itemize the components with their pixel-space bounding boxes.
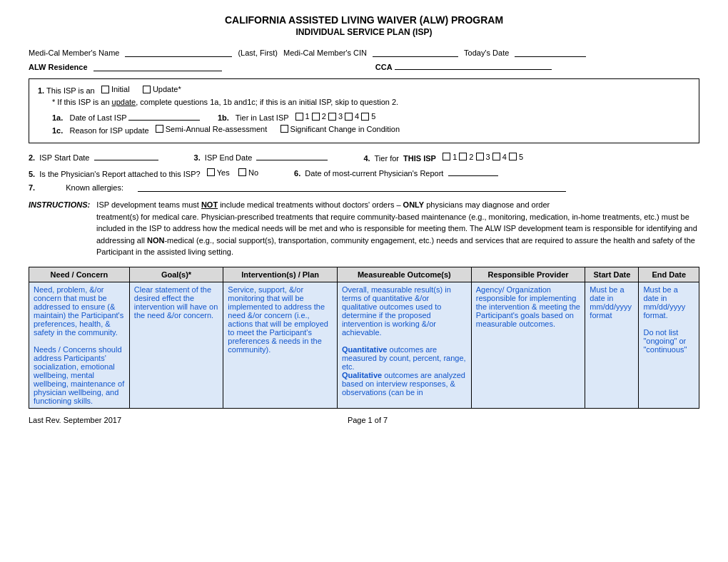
tier1b-4-box[interactable]	[345, 113, 353, 121]
section1-row1: 1. This ISP is an Initial Update*	[38, 85, 690, 95]
section1-note: * If this ISP is an update, complete que…	[52, 98, 690, 106]
q4-text: Tier for	[375, 153, 399, 162]
outcome-qual-label: Qualitative	[342, 371, 382, 379]
q1b-label: 1b.	[218, 113, 229, 122]
q1-text: This ISP is an	[46, 86, 95, 95]
initial-checkbox[interactable]	[101, 86, 109, 93]
tier4-3-box[interactable]	[476, 153, 484, 160]
tier4-2-box[interactable]	[459, 153, 467, 160]
start-date-text: Must be a date in mm/dd/yyyy format	[590, 285, 632, 320]
tier4-3[interactable]: 3	[476, 153, 490, 161]
semi-annual-label: Semi-Annual Re-assessment	[166, 125, 267, 133]
tier4-5[interactable]: 5	[509, 153, 523, 161]
tier1b-2-box[interactable]	[312, 113, 320, 121]
sig-change-checkbox[interactable]	[280, 125, 288, 133]
questions-56: 5. Is the Physician's Report attached to…	[29, 166, 699, 178]
semi-annual-checkbox[interactable]	[156, 125, 163, 133]
col-goal: Goal(s)*	[129, 267, 223, 282]
tier4-2[interactable]: 2	[459, 153, 473, 161]
page-subtitle: INDIVIDUAL SERVICE PLAN (ISP)	[29, 27, 699, 37]
tier4-1[interactable]: 1	[443, 153, 457, 161]
tier1b-3[interactable]: 3	[328, 112, 343, 121]
outcome-quant-label: Quantitative	[342, 345, 388, 354]
update-checkbox-item[interactable]: Update*	[143, 85, 181, 93]
q2-field[interactable]	[94, 150, 158, 160]
q5-yes-item[interactable]: Yes	[207, 168, 230, 177]
q7-field[interactable]	[138, 182, 566, 192]
q3-field[interactable]	[256, 150, 328, 160]
col-intervention: Intervention(s) / Plan	[223, 267, 338, 282]
q6-field[interactable]	[448, 166, 498, 176]
q5-no-checkbox[interactable]	[238, 168, 246, 176]
cell-provider: Agency/ Organization responsible for imp…	[471, 282, 585, 408]
q5-yes-checkbox[interactable]	[207, 168, 215, 176]
tier1b-3-box[interactable]	[328, 113, 336, 121]
q6-text: Date of most-current Physician's Report	[305, 169, 443, 178]
need-text: Need, problem, &/or concern that must be…	[34, 285, 124, 405]
q1a-field[interactable]	[128, 111, 200, 121]
q1b-text: Tier in Last ISP	[236, 113, 289, 122]
cell-need: Need, problem, &/or concern that must be…	[29, 282, 130, 408]
q1a-text: Date of Last ISP	[69, 113, 126, 122]
medi-cal-name-field[interactable]	[125, 47, 232, 57]
col-end: End Date	[639, 267, 699, 282]
end-date-text: Must be a date in mm/dd/yyyy format.Do n…	[643, 285, 687, 354]
cell-end-date: Must be a date in mm/dd/yyyy format.Do n…	[639, 282, 699, 408]
col-outcome: Measureable Outcome(s)	[337, 267, 471, 282]
date-field[interactable]	[515, 47, 586, 57]
cell-outcome: Overall, measurable result(s) in terms o…	[337, 282, 471, 408]
update-note: * If this ISP is an update, complete que…	[52, 98, 398, 106]
q5-no-label: No	[248, 168, 258, 177]
initial-checkbox-item[interactable]: Initial	[101, 85, 130, 93]
medi-cal-label: Medi-Cal Member's Name	[29, 48, 119, 57]
date-label: Today's Date	[464, 48, 509, 57]
semi-annual-item[interactable]: Semi-Annual Re-assessment	[156, 125, 267, 133]
tier4-1-box[interactable]	[443, 153, 450, 160]
initial-label: Initial	[111, 85, 130, 93]
goal-text: Clear statement of the desired effect th…	[134, 285, 218, 320]
update-checkbox[interactable]	[143, 86, 151, 93]
provider-text: Agency/ Organization responsible for imp…	[476, 285, 580, 328]
col-start: Start Date	[585, 267, 639, 282]
q7-text: Known allergies:	[66, 183, 123, 192]
tier1b-5-box[interactable]	[361, 113, 369, 121]
tier1b-1-box[interactable]	[295, 113, 303, 121]
q3-label: 3.	[194, 153, 201, 162]
q2-label: 2.	[29, 153, 35, 162]
q3-text: ISP End Date	[205, 153, 252, 162]
last-rev: Last Rev. September 2017	[29, 416, 121, 424]
header-row2: ALW Residence CCA	[29, 60, 699, 71]
tier1b-1[interactable]: 1	[295, 112, 310, 121]
q4-label: 4.	[363, 153, 370, 162]
update-label: Update*	[153, 85, 181, 93]
table-row: Need, problem, &/or concern that must be…	[29, 282, 699, 408]
tier1b-4[interactable]: 4	[345, 112, 359, 121]
cell-start-date: Must be a date in mm/dd/yyyy format	[585, 282, 639, 408]
question-7: 7. Known allergies:	[29, 182, 699, 192]
page-title: CALIFORNIA ASSISTED LIVING WAIVER (ALW) …	[29, 14, 699, 26]
q5-text: Is the Physician's Report attached to th…	[39, 169, 200, 178]
cin-label: Medi-Cal Member's CIN	[283, 48, 367, 57]
tier4-5-box[interactable]	[509, 153, 517, 160]
q4-this: THIS ISP	[403, 153, 436, 162]
q1-label: 1.	[38, 86, 44, 95]
section1-row-1c: 1c. Reason for ISP update Semi-Annual Re…	[52, 125, 690, 135]
tier4-4[interactable]: 4	[492, 153, 507, 161]
q5-no-item[interactable]: No	[238, 168, 258, 177]
page-footer: Last Rev. September 2017 Page 1 of 7	[29, 416, 699, 424]
q1a-label: 1a.	[52, 113, 63, 122]
intervention-text: Service, support, &/or monitoring that w…	[228, 285, 328, 354]
sig-change-item[interactable]: Significant Change in Condition	[280, 125, 400, 133]
questions-234: 2. ISP Start Date 3. ISP End Date 4. Tie…	[29, 150, 699, 162]
tier1b-2[interactable]: 2	[312, 112, 326, 121]
sig-change-label: Significant Change in Condition	[290, 125, 400, 133]
cca-field[interactable]	[395, 60, 552, 70]
tier1b-5[interactable]: 5	[361, 112, 375, 121]
instructions-text-indent: treatment(s) for medical care. Physician…	[96, 211, 699, 258]
section1-box: 1. This ISP is an Initial Update* * If t…	[29, 78, 699, 143]
tier4-4-box[interactable]	[492, 153, 500, 160]
isp-table: Need / Concern Goal(s)* Intervention(s) …	[29, 267, 699, 409]
residence-field[interactable]	[93, 61, 222, 71]
cin-field[interactable]	[373, 47, 458, 57]
instructions-block: INSTRUCTIONS: ISP development teams must…	[29, 199, 699, 258]
